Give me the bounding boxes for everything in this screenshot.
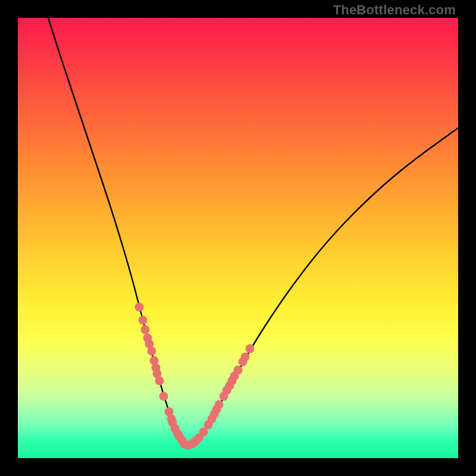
data-dot [141, 325, 150, 334]
bottleneck-curve-svg [18, 18, 458, 458]
data-dot [241, 353, 250, 362]
data-dot [234, 366, 243, 375]
data-dot [159, 392, 168, 401]
data-dot [215, 400, 224, 409]
data-dot [148, 347, 156, 356]
data-dot [155, 377, 164, 386]
plot-area [18, 18, 458, 458]
watermark-text: TheBottleneck.com [333, 2, 456, 18]
data-dot [139, 316, 148, 325]
bottleneck-curve-line [45, 18, 458, 444]
data-dot [246, 345, 255, 353]
dots-group [135, 303, 255, 450]
chart-frame: TheBottleneck.com [0, 0, 476, 476]
data-dot [135, 303, 144, 312]
